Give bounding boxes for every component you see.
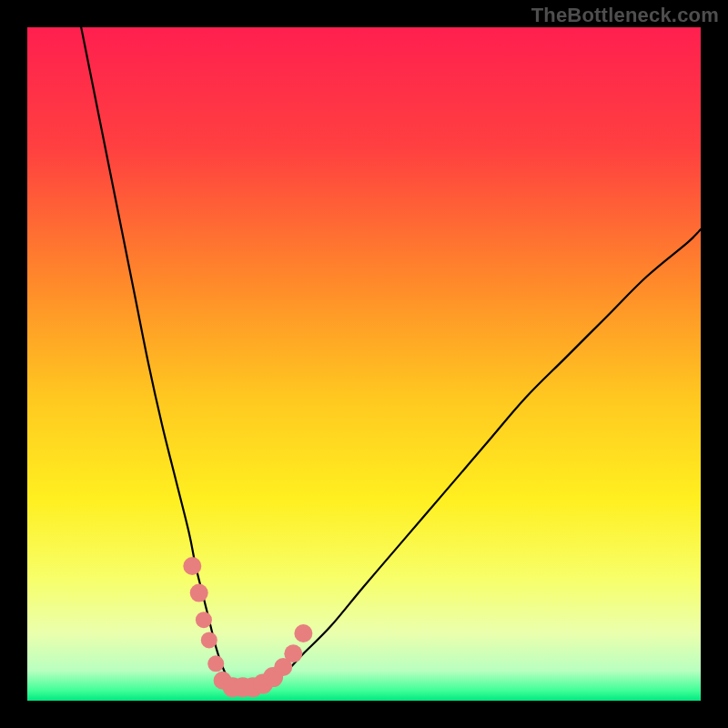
marker-dot — [201, 632, 217, 648]
watermark-text: TheBottleneck.com — [531, 4, 719, 27]
marker-dot — [207, 655, 224, 672]
marker-dot — [190, 584, 208, 602]
marker-dot — [294, 624, 312, 642]
chart-frame: TheBottleneck.com — [0, 0, 728, 728]
marker-dot — [183, 557, 201, 575]
marker-dot — [196, 612, 212, 628]
plot-area — [27, 27, 701, 701]
gradient-bg — [27, 27, 701, 701]
chart-svg — [27, 27, 701, 701]
marker-dot — [284, 644, 302, 662]
